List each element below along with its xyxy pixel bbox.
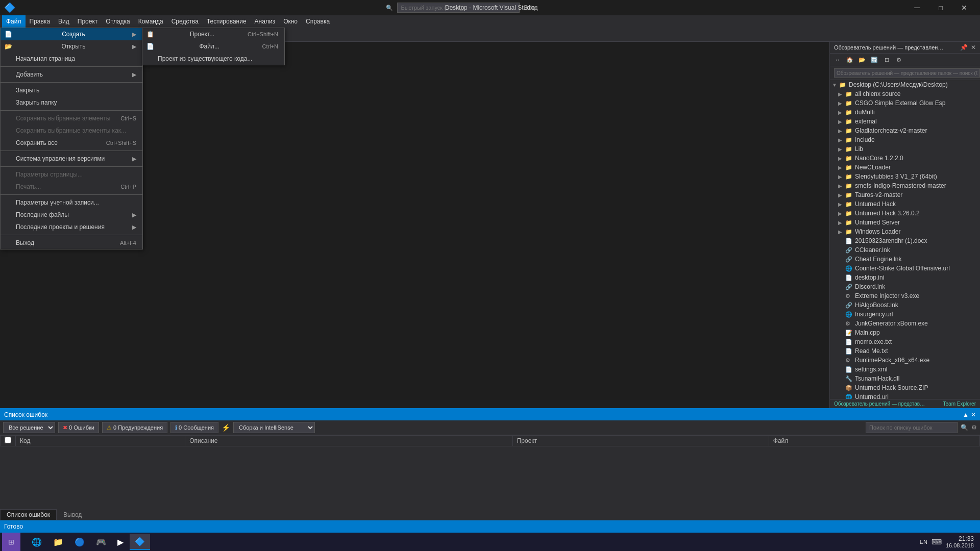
solution-explorer-link[interactable]: Обозреватель решений — представление пап… [834, 401, 926, 407]
tree-item[interactable]: ▶📄momo.exe.txt [830, 337, 980, 346]
menu-add[interactable]: Добавить ▶ [1, 68, 142, 81]
panel-pin-icon[interactable]: 📌 [960, 44, 968, 51]
tree-item[interactable]: ▶📁Slendytubbies 3 V1_27 (64bit) [830, 172, 980, 181]
menu-item-help[interactable]: Справка [302, 15, 334, 28]
lang-indicator[interactable]: EN [920, 539, 927, 545]
tree-item[interactable]: ▶📄20150323arendhr (1).docx [830, 236, 980, 245]
errors-button[interactable]: ✖ 0 Ошибки [58, 422, 99, 433]
build-filter[interactable]: Сборка и IntelliSense [233, 422, 315, 433]
tree-item[interactable]: ▶🌐Insurgency.url [830, 310, 980, 319]
login-button[interactable]: Вход [524, 4, 537, 11]
se-sync-btn[interactable]: ↔ [832, 55, 843, 65]
minimize-button[interactable]: ─ [905, 0, 929, 15]
solution-search-input[interactable] [834, 68, 980, 78]
taskbar-vs[interactable]: 🔷 [130, 534, 150, 550]
warnings-button[interactable]: ⚠ 0 Предупреждения [102, 422, 167, 433]
tree-item[interactable]: ▶⚙RuntimePack_x86_x64.exe [830, 356, 980, 365]
tree-item[interactable]: ▶🔗Cheat Engine.lnk [830, 255, 980, 264]
menu-item-view[interactable]: Вид [54, 15, 74, 28]
menu-vcs[interactable]: Система управления версиями ▶ [1, 153, 142, 165]
menu-exit[interactable]: Выход Alt+F4 [1, 237, 142, 249]
error-list-settings-icon[interactable]: ⚙ [971, 424, 977, 431]
menu-item-file[interactable]: Файл [2, 15, 26, 28]
tree-item[interactable]: ▶📁NewCLoader [830, 163, 980, 172]
team-explorer-link[interactable]: Team Explorer [943, 401, 976, 407]
tree-item[interactable]: ▶📁Unturned Hack 3.26.0.2 [830, 209, 980, 218]
menu-item-project[interactable]: Проект [74, 15, 102, 28]
taskbar-ie[interactable]: 🌐 [27, 534, 47, 550]
panel-close-icon[interactable]: ✕ [971, 44, 976, 51]
col-code[interactable]: Код [16, 436, 185, 446]
tree-item[interactable]: ▶📁smefs-Indigo-Remastered-master [830, 181, 980, 190]
menu-account[interactable]: Параметры учетной записи... [1, 196, 142, 209]
tree-item[interactable]: ▶📄settings.xml [830, 365, 980, 374]
tree-item[interactable]: ▶📁Include [830, 135, 980, 144]
se-refresh-btn[interactable]: 🔄 [869, 55, 880, 65]
tree-item[interactable]: ▶⚙Extreme Injector v3.exe [830, 291, 980, 300]
tree-item[interactable]: ▶📄Read Me.txt [830, 346, 980, 356]
tree-item[interactable]: ▶🌐Counter-Strike Global Offensive.url [830, 264, 980, 273]
menu-item-edit[interactable]: Правка [26, 15, 55, 28]
close-button[interactable]: ✕ [952, 0, 976, 15]
tree-item[interactable]: ▶📁Windows Loader [830, 227, 980, 236]
error-search-input[interactable] [866, 422, 958, 433]
tree-item[interactable]: ▶📄desktop.ini [830, 273, 980, 282]
menu-item-test[interactable]: Тестирование [203, 15, 251, 28]
se-folder-btn[interactable]: 📂 [856, 55, 868, 65]
tree-item[interactable]: ▶📁Lib [830, 144, 980, 154]
menu-close[interactable]: Закрыть [1, 84, 142, 96]
tree-item[interactable]: ▶🔗HiAlgoBoost.lnk [830, 300, 980, 310]
se-collapse-btn[interactable]: ⊟ [881, 55, 892, 65]
tree-root[interactable]: ▼ 📁 Desktop (C:\Users\Месдук\Desktop) [830, 80, 980, 89]
col-checkbox[interactable] [1, 436, 16, 446]
taskbar-media[interactable]: ▶ [112, 534, 129, 550]
tab-error-list[interactable]: Список ошибок [0, 509, 57, 520]
menu-create[interactable]: 📄 Создать ▶ [1, 28, 142, 40]
menu-item-window[interactable]: Окно [279, 15, 302, 28]
menu-new-file[interactable]: 📄 Файл... Ctrl+N [142, 40, 284, 53]
error-list-close-icon[interactable]: ✕ [971, 411, 976, 418]
tree-item[interactable]: ▶📁Unturned Hack [830, 199, 980, 209]
messages-button[interactable]: ℹ 0 Сообщения [170, 422, 218, 433]
menu-item-debug[interactable]: Отладка [102, 15, 134, 28]
se-home-btn[interactable]: 🏠 [844, 55, 855, 65]
menu-close-folder[interactable]: Закрыть папку [1, 96, 142, 109]
menu-from-code[interactable]: Проект из существующего кода... [142, 53, 284, 65]
tab-output[interactable]: Вывод [57, 509, 88, 520]
menu-save-all[interactable]: Сохранить все Ctrl+Shift+S [1, 137, 142, 149]
error-search-icon[interactable]: 🔍 [961, 424, 968, 431]
tree-item[interactable]: ▶📝Main.cpp [830, 328, 980, 337]
taskbar-chrome[interactable]: 🔵 [69, 534, 90, 550]
error-list-chevron-icon[interactable]: ▲ [963, 411, 969, 418]
se-settings-btn[interactable]: ⚙ [893, 55, 904, 65]
taskbar-explorer[interactable]: 📁 [48, 534, 68, 550]
col-project[interactable]: Проект [512, 436, 769, 446]
tree-item[interactable]: ▶⚙JunkGenerator xBoom.exe [830, 319, 980, 328]
tree-item[interactable]: ▶📁external [830, 117, 980, 126]
menu-item-team[interactable]: Команда [134, 15, 167, 28]
col-file[interactable]: Файл [769, 436, 979, 446]
tree-item[interactable]: ▶🔗CCleaner.lnk [830, 245, 980, 255]
tree-item[interactable]: ▶🌐Unturned.url [830, 392, 980, 399]
tree-item[interactable]: ▶📁Tauros-v2-master [830, 190, 980, 199]
menu-item-tools[interactable]: Средства [167, 15, 203, 28]
start-button[interactable]: ⊞ [2, 533, 20, 551]
tree-item[interactable]: ▶📁all chienx source [830, 89, 980, 98]
col-description[interactable]: Описание [185, 436, 512, 446]
maximize-button[interactable]: □ [929, 0, 952, 15]
tree-item[interactable]: ▶📁duMulti [830, 108, 980, 117]
error-scope-filter[interactable]: Все решение [3, 422, 55, 433]
menu-open[interactable]: 📂 Открыть ▶ [1, 40, 142, 53]
tree-item[interactable]: ▶📁Gladiatorcheatz-v2-master [830, 126, 980, 135]
menu-recent-projects[interactable]: Последние проекты и решения ▶ [1, 221, 142, 233]
tree-item[interactable]: ▶📁Unturned Server [830, 218, 980, 227]
menu-new-project[interactable]: 📋 Проект... Ctrl+Shift+N [142, 28, 284, 40]
tree-item[interactable]: ▶🔗Discord.lnk [830, 282, 980, 291]
tree-item[interactable]: ▶📁CSGO Simple External Glow Esp [830, 98, 980, 108]
menu-recent-files[interactable]: Последние файлы ▶ [1, 209, 142, 221]
tree-item[interactable]: ▶🔧TsunamiHack.dll [830, 374, 980, 383]
tree-item[interactable]: ▶📦Unturned Hack Source.ZIP [830, 383, 980, 392]
menu-homepage[interactable]: Начальная страница [1, 53, 142, 65]
select-all-checkbox[interactable] [5, 437, 11, 443]
menu-item-analysis[interactable]: Анализ [251, 15, 280, 28]
